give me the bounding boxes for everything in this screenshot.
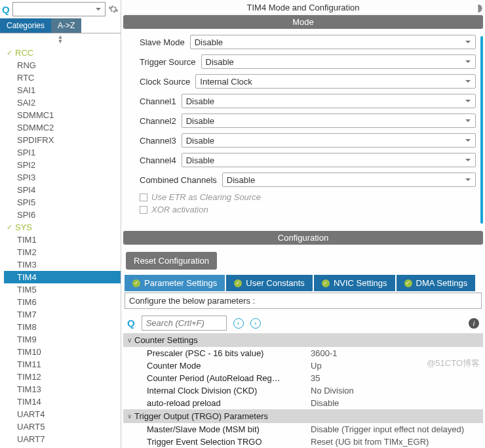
param-value: 35: [311, 373, 320, 383]
field-combo[interactable]: Disable: [222, 173, 476, 187]
tree-item[interactable]: TIM3: [4, 258, 121, 271]
prev-icon[interactable]: ‹: [233, 318, 244, 329]
right-panel: TIM4 Mode and Configuration ◗ Mode Slave…: [121, 0, 485, 448]
mode-field: Combined ChannelsDisable: [140, 173, 476, 187]
tree-item[interactable]: RNG: [4, 59, 121, 71]
tree-item[interactable]: RTC: [4, 71, 121, 84]
field-combo[interactable]: Disable: [190, 35, 476, 49]
tree-item[interactable]: TIM6: [4, 296, 121, 308]
peripheral-tree[interactable]: RCCRNGRTCSAI1SAI2SDMMC1SDMMC2SPDIFRXSPI1…: [0, 45, 121, 448]
tree-item[interactable]: SDMMC1: [4, 109, 121, 121]
tree-item[interactable]: SPI6: [4, 209, 121, 221]
config-subtabs: Parameter SettingsUser ConstantsNVIC Set…: [123, 275, 483, 291]
tab-categories[interactable]: Categories: [0, 18, 51, 33]
tab-az[interactable]: A->Z: [51, 18, 81, 33]
tree-item[interactable]: TIM11: [4, 358, 121, 371]
tree-item[interactable]: SAI1: [4, 84, 121, 96]
mode-field: Slave ModeDisable: [140, 35, 476, 49]
config-subtab[interactable]: NVIC Settings: [314, 275, 395, 291]
search-combo[interactable]: [12, 2, 106, 16]
reset-button[interactable]: Reset Configuration: [126, 252, 217, 270]
field-label: Channel1: [140, 96, 176, 106]
field-combo[interactable]: Internal Clock: [195, 74, 476, 89]
param-row[interactable]: Counter Period (AutoReload Reg…35: [123, 372, 483, 384]
tree-item[interactable]: TIM8: [4, 321, 121, 333]
tree-item[interactable]: SPDIFRX: [4, 134, 121, 146]
tree-item[interactable]: UART5: [4, 420, 121, 433]
tree-item[interactable]: TIM12: [4, 371, 121, 383]
param-value: 3600-1: [311, 348, 337, 358]
tree-item[interactable]: UART8: [4, 445, 121, 448]
checkbox-icon[interactable]: [140, 206, 147, 214]
param-row[interactable]: Prescaler (PSC - 16 bits value)3600-1: [123, 347, 483, 359]
field-label: Channel3: [140, 136, 176, 146]
tree-item[interactable]: UART4: [4, 408, 121, 420]
param-row[interactable]: auto-reload preloadDisable: [123, 397, 483, 409]
check-icon: [322, 279, 330, 287]
next-icon[interactable]: ›: [250, 318, 261, 329]
param-group-header[interactable]: Trigger Output (TRGO) Parameters: [123, 409, 483, 423]
tree-item[interactable]: SPI5: [4, 196, 121, 209]
config-header: Configuration: [123, 231, 483, 245]
param-name: Master/Slave Mode (MSM bit): [147, 424, 311, 434]
dock-icon[interactable]: ◗: [477, 1, 482, 14]
tree-item[interactable]: TIM14: [4, 396, 121, 408]
expand-collapse-icon[interactable]: ▲▼: [0, 33, 121, 45]
param-list: Counter SettingsPrescaler (PSC - 16 bits…: [123, 333, 483, 448]
tree-item[interactable]: TIM4: [4, 271, 121, 283]
param-hint: Configure the below parameters :: [125, 293, 482, 309]
config-subtab[interactable]: User Constants: [226, 275, 313, 291]
param-row[interactable]: Trigger Event Selection TRGOReset (UG bi…: [123, 436, 483, 448]
info-icon[interactable]: i: [469, 318, 479, 329]
param-name: Counter Mode: [147, 361, 311, 371]
mode-checkbox-row[interactable]: Use ETR as Clearing Source: [140, 192, 476, 202]
param-value: Disable: [311, 398, 339, 408]
mode-header: Mode: [123, 15, 483, 29]
tree-item[interactable]: UART7: [4, 433, 121, 445]
mode-checkbox-row[interactable]: XOR activation: [140, 205, 476, 214]
param-name: Prescaler (PSC - 16 bits value): [147, 348, 311, 358]
tree-item[interactable]: SPI4: [4, 184, 121, 196]
tree-item[interactable]: SPI2: [4, 159, 121, 171]
tree-item[interactable]: TIM5: [4, 283, 121, 296]
mode-field: Channel3Disable: [140, 133, 476, 148]
field-label: Channel2: [140, 116, 176, 126]
field-combo[interactable]: Disable: [201, 54, 476, 69]
checkbox-label: Use ETR as Clearing Source: [151, 192, 261, 202]
param-search-input[interactable]: [142, 316, 227, 331]
param-row[interactable]: Counter ModeUp: [123, 359, 483, 372]
field-combo[interactable]: Disable: [182, 153, 476, 167]
param-value: Up: [311, 361, 322, 371]
config-subtab[interactable]: Parameter Settings: [125, 275, 225, 291]
checkbox-icon[interactable]: [140, 193, 147, 201]
param-row[interactable]: Internal Clock Division (CKD)No Division: [123, 384, 483, 397]
tree-item[interactable]: TIM13: [4, 383, 121, 396]
param-row[interactable]: Master/Slave Mode (MSM bit)Disable (Trig…: [123, 423, 483, 436]
mode-field: Clock SourceInternal Clock: [140, 74, 476, 89]
tree-item[interactable]: SPI1: [4, 146, 121, 159]
checkbox-label: XOR activation: [151, 205, 208, 214]
config-body: Reset Configuration Parameter SettingsUs…: [121, 245, 485, 448]
tree-item[interactable]: TIM2: [4, 246, 121, 258]
tree-item[interactable]: SDMMC2: [4, 121, 121, 134]
field-combo[interactable]: Disable: [182, 113, 476, 128]
tree-item[interactable]: TIM1: [4, 234, 121, 246]
tree-item[interactable]: TIM10: [4, 346, 121, 358]
param-name: auto-reload preload: [147, 398, 311, 408]
tree-group[interactable]: SYS: [4, 221, 121, 234]
tree-item[interactable]: TIM7: [4, 308, 121, 321]
gear-icon[interactable]: [108, 4, 119, 14]
field-label: Slave Mode: [140, 37, 185, 47]
tree-item[interactable]: SAI2: [4, 96, 121, 109]
check-icon: [234, 279, 242, 287]
param-group-header[interactable]: Counter Settings: [123, 333, 483, 347]
check-icon: [132, 279, 140, 287]
field-combo[interactable]: Disable: [182, 133, 476, 148]
field-combo[interactable]: Disable: [182, 94, 476, 108]
tree-item[interactable]: TIM9: [4, 333, 121, 346]
tree-group[interactable]: RCC: [4, 47, 121, 59]
mode-field: Channel1Disable: [140, 94, 476, 108]
config-subtab[interactable]: DMA Settings: [397, 275, 476, 291]
mode-body: Slave ModeDisableTrigger SourceDisableCl…: [121, 30, 485, 230]
tree-item[interactable]: SPI3: [4, 171, 121, 184]
